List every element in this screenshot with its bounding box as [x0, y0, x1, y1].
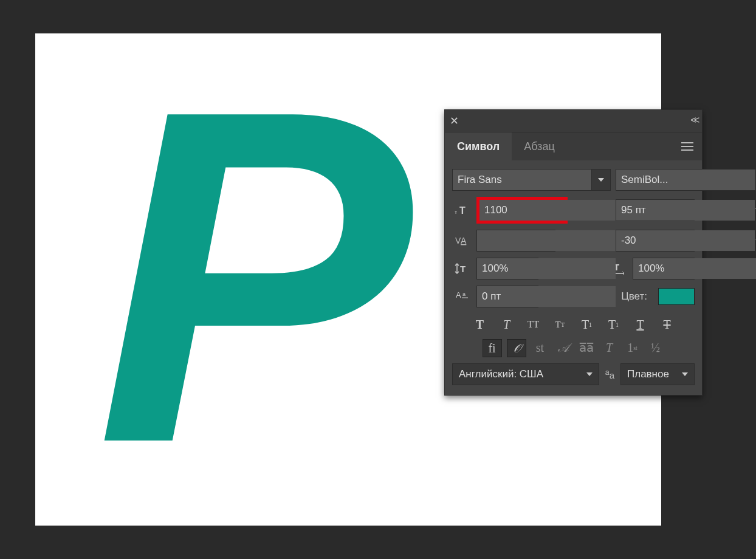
italic-button[interactable]: T: [498, 316, 516, 333]
titling-alt-button[interactable]: T: [600, 339, 619, 356]
ligatures-button[interactable]: fi: [483, 339, 502, 357]
chevron-down-icon: [682, 372, 688, 376]
discretionary-lig-button[interactable]: st: [531, 339, 549, 356]
antialias-dropdown[interactable]: [676, 364, 694, 385]
color-swatch[interactable]: [658, 288, 695, 305]
antialias-value: Плавное: [621, 368, 676, 380]
font-family-input[interactable]: [453, 170, 591, 190]
baseline-shift-input[interactable]: [477, 286, 616, 307]
svg-text:A: A: [461, 236, 467, 245]
close-icon[interactable]: ✕: [445, 114, 463, 128]
subscript-button[interactable]: T1: [605, 316, 623, 333]
underline-button[interactable]: T: [631, 316, 650, 333]
language-field[interactable]: Английский: США: [452, 363, 599, 385]
kerning-icon: VA: [452, 235, 472, 247]
panel-body: тT AA VA: [445, 160, 702, 395]
language-value: Английский: США: [453, 368, 580, 380]
baseline-shift-field[interactable]: [476, 286, 538, 307]
font-family-dropdown[interactable]: [591, 170, 610, 190]
tab-character[interactable]: Символ: [445, 132, 512, 160]
bold-button[interactable]: T: [471, 316, 489, 333]
font-size-icon: тT: [452, 204, 472, 216]
font-size-field[interactable]: [476, 197, 568, 224]
chevron-down-icon: [586, 372, 593, 376]
menu-icon: [681, 146, 693, 147]
allcaps-button[interactable]: TT: [524, 316, 543, 333]
baseline-shift-icon: Aa: [452, 290, 472, 303]
panel-tabs: Символ Абзац: [445, 132, 702, 160]
character-panel: ✕ << Символ Абзац тT: [444, 109, 703, 396]
vertical-scale-input[interactable]: [477, 258, 616, 279]
ordinals-button[interactable]: 1st: [624, 339, 642, 356]
tab-paragraph[interactable]: Абзац: [512, 132, 567, 160]
panel-header: ✕ <<: [445, 110, 702, 132]
superscript-button[interactable]: T1: [578, 316, 596, 333]
horizontal-scale-field[interactable]: [633, 258, 695, 280]
strikethrough-button[interactable]: T: [658, 316, 676, 333]
svg-text:A: A: [456, 290, 461, 300]
kerning-input[interactable]: [477, 230, 616, 251]
swash-button[interactable]: 𝒜: [554, 339, 572, 356]
type-style-row: T T TT TT T1 T1 T T: [452, 316, 695, 333]
fractions-button[interactable]: ½: [647, 339, 665, 356]
svg-text:a: a: [462, 291, 466, 297]
font-style-field[interactable]: [616, 169, 756, 191]
stylistic-alt-button[interactable]: a̅a̅: [577, 339, 596, 356]
antialias-icon: aa: [605, 368, 614, 380]
language-dropdown[interactable]: [580, 364, 599, 385]
font-style-input[interactable]: [616, 170, 755, 190]
tracking-field[interactable]: [616, 230, 695, 252]
svg-text:т: т: [455, 209, 457, 215]
vertical-scale-field[interactable]: [476, 258, 538, 280]
smallcaps-button[interactable]: TT: [551, 316, 569, 333]
svg-text:T: T: [459, 205, 466, 216]
horizontal-scale-input[interactable]: [633, 258, 756, 279]
font-family-field[interactable]: [452, 169, 611, 191]
collapse-icon[interactable]: <<: [690, 115, 697, 126]
vertical-scale-icon: T: [452, 262, 472, 275]
canvas-letter-p: P: [96, 82, 398, 471]
contextual-alt-button[interactable]: 𝒪: [507, 339, 526, 357]
leading-field[interactable]: [616, 199, 695, 221]
svg-text:T: T: [460, 264, 466, 274]
tracking-input[interactable]: [616, 230, 755, 251]
kerning-field[interactable]: [476, 230, 555, 252]
leading-input[interactable]: [616, 200, 755, 221]
opentype-row: fi 𝒪 st 𝒜 a̅a̅ T 1st ½: [452, 339, 695, 357]
chevron-down-icon: [598, 178, 604, 182]
antialias-field[interactable]: Плавное: [620, 363, 695, 385]
color-label: Цвет:: [621, 290, 647, 303]
font-size-input[interactable]: [479, 200, 618, 221]
panel-menu-button[interactable]: [673, 132, 702, 160]
